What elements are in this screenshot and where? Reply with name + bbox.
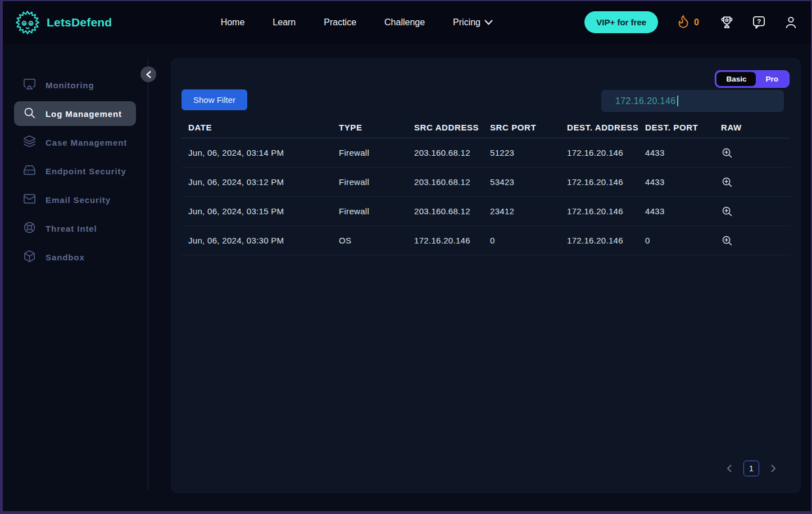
sidebar-item-endpoint-security[interactable]: Endpoint Security — [14, 159, 136, 183]
sidebar-item-label: Sandbox — [46, 253, 85, 262]
sidebar-item-case-management[interactable]: Case Management — [14, 130, 136, 155]
cell-date: Jun, 06, 2024, 03:15 PM — [188, 206, 339, 216]
monitor-icon — [23, 78, 36, 93]
column-header-dest-address: DEST. ADDRESS — [567, 123, 645, 132]
help-icon[interactable]: ? — [751, 15, 766, 30]
cell-src-port: 51223 — [490, 148, 567, 157]
cell-src-address: 203.160.68.12 — [414, 177, 490, 187]
brand-name: LetsDefend — [47, 16, 112, 29]
cell-src-address: 172.16.20.146 — [414, 236, 490, 245]
page-number-button[interactable]: 1 — [743, 461, 759, 476]
column-header-src-port: SRC PORT — [490, 123, 567, 132]
sidebar-item-label: Monitoring — [46, 80, 94, 90]
column-header-dest-port: DEST. PORT — [645, 123, 721, 132]
sidebar-item-label: Endpoint Security — [46, 166, 126, 176]
sidebar-item-label: Log Management — [46, 109, 122, 119]
cell-dest-address: 172.16.20.146 — [567, 148, 645, 157]
sidebar: Monitoring Log Management — [3, 43, 148, 511]
chevron-down-icon — [484, 17, 493, 28]
layers-icon — [23, 135, 36, 150]
vip-button[interactable]: VIP+ for free — [584, 11, 658, 33]
flame-icon — [676, 14, 691, 31]
hedgehog-logo-icon — [15, 10, 40, 35]
zoom-in-icon[interactable] — [721, 147, 733, 159]
sidebar-item-label: Threat Intel — [46, 224, 97, 233]
table-row[interactable]: Jun, 06, 2024, 03:12 PM Firewall 203.160… — [182, 168, 790, 197]
log-management-panel: Basic Pro Show Filter 172.16.20.146 DATE… — [171, 58, 801, 493]
show-filter-button[interactable]: Show Filter — [182, 89, 247, 110]
trophy-icon[interactable] — [719, 15, 734, 30]
cell-src-port: 0 — [490, 236, 567, 245]
cell-dest-port: 4433 — [645, 177, 721, 187]
cell-date: Jun, 06, 2024, 03:30 PM — [188, 236, 339, 245]
cell-src-address: 203.160.68.12 — [414, 148, 490, 157]
column-header-date: DATE — [188, 123, 339, 132]
user-icon[interactable] — [783, 15, 799, 30]
sidebar-item-label: Email Security — [46, 195, 111, 205]
nav-challenge[interactable]: Challenge — [384, 17, 425, 28]
search-value: 172.16.20.146 — [615, 96, 676, 106]
sidebar-collapse-button[interactable] — [140, 66, 156, 82]
cell-type: Firewall — [339, 148, 414, 157]
brand-logo[interactable]: LetsDefend — [15, 10, 112, 35]
cell-type: Firewall — [339, 177, 414, 187]
app-frame: LetsDefend Home Learn Practice Challenge… — [0, 0, 812, 514]
nav-pricing[interactable]: Pricing — [453, 17, 493, 28]
cell-src-address: 203.160.68.12 — [414, 206, 490, 216]
cell-dest-address: 172.16.20.146 — [567, 177, 645, 187]
prev-page-icon[interactable] — [727, 465, 732, 472]
table-row[interactable]: Jun, 06, 2024, 03:15 PM Firewall 203.160… — [182, 197, 790, 226]
column-header-src-address: SRC ADDRESS — [414, 123, 490, 132]
cell-dest-port: 4433 — [645, 206, 721, 216]
plan-toggle[interactable]: Basic Pro — [715, 70, 790, 88]
log-table: DATE TYPE SRC ADDRESS SRC PORT DEST. ADD… — [182, 117, 790, 255]
hard-drive-icon — [23, 164, 36, 179]
mail-icon — [23, 192, 36, 208]
column-header-raw: RAW — [721, 123, 790, 132]
zoom-in-icon[interactable] — [721, 176, 733, 188]
sidebar-item-email-security[interactable]: Email Security — [14, 187, 136, 212]
main-nav: Home Learn Practice Challenge Pricing — [129, 17, 584, 28]
content-area: Monitoring Log Management — [3, 43, 811, 511]
sidebar-item-log-management[interactable]: Log Management — [14, 101, 136, 126]
search-icon — [23, 106, 36, 121]
plan-option-basic[interactable]: Basic — [716, 72, 756, 86]
table-row[interactable]: Jun, 06, 2024, 03:14 PM Firewall 203.160… — [182, 138, 790, 168]
navbar-actions: VIP+ for free 0 — [584, 11, 799, 33]
main-area: Basic Pro Show Filter 172.16.20.146 DATE… — [171, 58, 801, 493]
cell-date: Jun, 06, 2024, 03:12 PM — [188, 177, 339, 187]
plan-option-pro[interactable]: Pro — [756, 72, 788, 86]
nav-home[interactable]: Home — [221, 17, 245, 28]
zoom-in-icon[interactable] — [721, 235, 733, 246]
next-page-icon[interactable] — [771, 465, 776, 472]
streak-counter[interactable]: 0 — [676, 14, 699, 31]
svg-text:?: ? — [757, 17, 761, 25]
text-caret — [677, 96, 678, 106]
pagination: 1 — [727, 461, 776, 476]
life-buoy-icon — [23, 221, 36, 236]
cell-dest-address: 172.16.20.146 — [567, 206, 645, 216]
cell-type: Firewall — [339, 206, 414, 216]
cube-icon — [23, 250, 36, 265]
sidebar-item-sandbox[interactable]: Sandbox — [14, 245, 136, 269]
search-input[interactable]: 172.16.20.146 — [601, 90, 784, 112]
streak-count: 0 — [694, 17, 699, 28]
table-row[interactable]: Jun, 06, 2024, 03:30 PM OS 172.16.20.146… — [182, 226, 790, 255]
cell-type: OS — [339, 236, 414, 245]
table-header-row: DATE TYPE SRC ADDRESS SRC PORT DEST. ADD… — [182, 117, 790, 138]
zoom-in-icon[interactable] — [721, 205, 733, 217]
cell-dest-port: 4433 — [645, 148, 721, 157]
nav-learn[interactable]: Learn — [273, 17, 296, 28]
sidebar-item-threat-intel[interactable]: Threat Intel — [14, 216, 136, 241]
cell-date: Jun, 06, 2024, 03:14 PM — [188, 148, 339, 157]
cell-dest-address: 172.16.20.146 — [567, 236, 645, 245]
cell-dest-port: 0 — [645, 236, 721, 245]
sidebar-item-label: Case Management — [46, 138, 127, 147]
sidebar-item-monitoring[interactable]: Monitoring — [14, 73, 136, 97]
top-navbar: LetsDefend Home Learn Practice Challenge… — [3, 1, 811, 43]
cell-src-port: 23412 — [490, 206, 567, 216]
cell-src-port: 53423 — [490, 177, 567, 187]
nav-practice[interactable]: Practice — [324, 17, 356, 28]
column-header-type: TYPE — [339, 123, 414, 132]
